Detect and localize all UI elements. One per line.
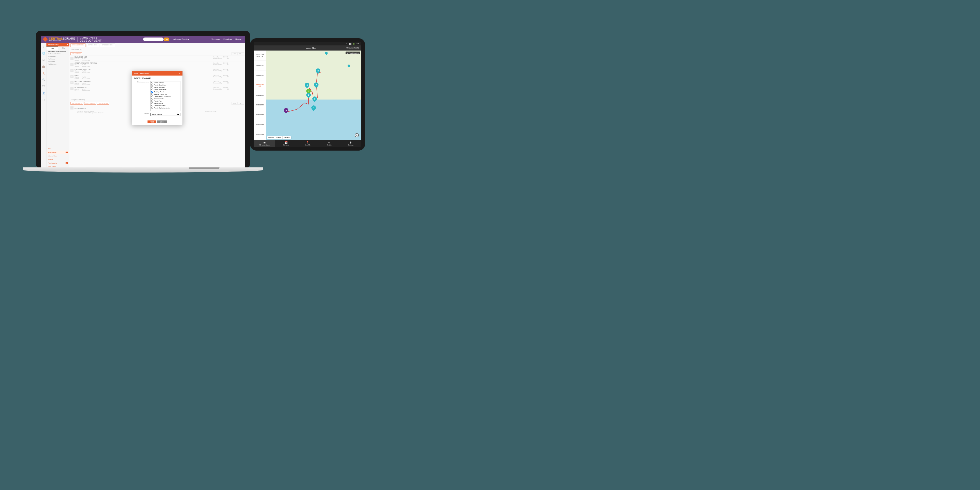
globe-icon[interactable]: 🌐: [42, 52, 45, 55]
attachments-link[interactable]: Attachments1: [46, 151, 69, 154]
map-pin-3[interactable]: 3: [311, 95, 318, 102]
locate-me-button[interactable]: [355, 133, 359, 137]
map-pin-8[interactable]: 8: [315, 67, 321, 74]
doc-checkbox-item[interactable]: Conditions Letter: [151, 104, 180, 107]
tab-site[interactable]: Site: [58, 46, 69, 50]
date-item[interactable]: 04/29/2022: [254, 70, 266, 80]
change-route-link[interactable]: ▾ Change Route: [346, 47, 359, 49]
laptop-base: [23, 167, 263, 172]
briefcase-icon[interactable]: 💼: [42, 65, 45, 68]
date-item[interactable]: 04/29/2022: [254, 120, 266, 130]
history-link[interactable]: History ▾: [235, 38, 242, 40]
date-item[interactable]: 04/29/2022: [254, 110, 266, 120]
doc-checkbox[interactable]: [151, 95, 153, 97]
nav-update[interactable]: ↻Update: [318, 140, 340, 147]
go-button[interactable]: GO: [164, 38, 169, 41]
tree-item[interactable]: No Parent Activities: [46, 52, 69, 55]
output-label: Output:: [134, 113, 149, 116]
tablet-device: ᯤ ▮▮▮ 🔋 72% Apple Map ▾ Change Route 04/…: [250, 38, 365, 151]
date-item[interactable]: 04/29/2022: [254, 100, 266, 110]
map-pin-6[interactable]: 6: [304, 82, 310, 88]
workspace-link[interactable]: Workspace: [212, 38, 221, 40]
tree-item[interactable]: No Issues: [46, 60, 69, 63]
boot-icon[interactable]: 👢: [42, 72, 45, 75]
brand-name: CENTRALSQUARE: [49, 37, 75, 40]
map-pin-small[interactable]: [325, 51, 328, 55]
doc-checkbox-item[interactable]: Permit Actions: [151, 81, 180, 84]
nav-near-me[interactable]: 📍Near Me: [297, 140, 318, 147]
doc-checkbox[interactable]: [151, 91, 153, 93]
map-pin-4[interactable]: 4: [310, 104, 317, 111]
map-pin-2[interactable]: 2: [305, 92, 312, 98]
nav-schedule[interactable]: 📅Schedule: [275, 140, 297, 147]
permit-label[interactable]: Permit # BRES2204-0021: [46, 50, 69, 52]
tree-item[interactable]: No Cases: [46, 58, 69, 60]
document-checklist[interactable]: Permit ActionsPermit ConditionsPermit Re…: [150, 81, 180, 111]
internet-links[interactable]: Internet Links: [46, 154, 69, 158]
doc-checkbox-item[interactable]: Permit Expiration Letter: [151, 107, 180, 109]
doc-checkbox-item[interactable]: Permit Inspections: [151, 88, 180, 91]
checklist-icon[interactable]: ☑: [42, 58, 45, 61]
doc-checkbox[interactable]: [151, 98, 153, 100]
nav-settings[interactable]: ⚙Settings: [340, 140, 361, 147]
map-canvas[interactable]: ◈ View Directions 1 2 3 4 5 6 7 8 Satell…: [266, 51, 361, 140]
doc-checkbox-item[interactable]: Septic Permit: [151, 102, 180, 104]
brand-sub: TECHNOLOGIES: [49, 40, 75, 41]
date-item[interactable]: 04/29/2022: [254, 130, 266, 140]
map-pin-small[interactable]: [347, 64, 351, 68]
map-pin-5[interactable]: 5: [283, 107, 289, 113]
search-icon[interactable]: 🔍: [42, 78, 45, 81]
doc-checkbox[interactable]: [151, 100, 153, 102]
view-directions-link[interactable]: ◈ View Directions: [345, 52, 360, 54]
map-pin-7[interactable]: 7: [313, 81, 319, 88]
doc-checkbox-item[interactable]: Building Permit: [151, 91, 180, 93]
map-title: Apple Map: [306, 47, 316, 49]
plan-location-link[interactable]: Plan Location1: [46, 161, 69, 165]
date-item[interactable]: 04/29/2022: [254, 90, 266, 100]
laptop-notch: [189, 167, 220, 169]
date-item-current[interactable]: 04/28/2022AM: [254, 80, 266, 90]
doc-checkbox[interactable]: [151, 89, 153, 90]
close-button[interactable]: Close: [157, 121, 167, 123]
doc-checkbox-item[interactable]: Permit Form: [151, 100, 180, 102]
collapse-icon[interactable]: ◀: [67, 44, 68, 46]
doc-checkbox-item[interactable]: Certificate of Occupancy: [151, 95, 180, 97]
doc-checkbox[interactable]: [151, 102, 153, 104]
advanced-search-link[interactable]: Advanced Search ▾: [173, 38, 189, 40]
output-select[interactable]: Attach & Email: [150, 113, 180, 116]
doc-checkbox[interactable]: [151, 86, 153, 88]
shield-icon[interactable]: 🛡: [42, 85, 45, 88]
doc-checkbox[interactable]: [151, 82, 153, 83]
doc-checkbox[interactable]: [151, 105, 153, 107]
map-mode-toggle[interactable]: Satellite Hybrid Standard: [267, 136, 291, 139]
doc-checkbox-item[interactable]: Reviews Letter: [151, 97, 180, 100]
print-button[interactable]: Print: [148, 121, 156, 123]
wifi-icon: ᯤ: [346, 43, 348, 45]
imaging-link[interactable]: Imaging: [46, 158, 69, 161]
close-icon[interactable]: ✕: [179, 72, 180, 75]
print-link[interactable]: Print: [46, 147, 69, 151]
modal-permit-id: BRES2204-0021: [134, 77, 180, 80]
select-docs-label: Select documents:: [134, 81, 149, 111]
tab-tree[interactable]: Tree: [46, 46, 58, 50]
date-item[interactable]: 04/29/202202:30 PM: [254, 51, 266, 60]
home-icon[interactable]: ⌂: [42, 45, 45, 48]
doc-checkbox[interactable]: [151, 84, 153, 86]
status-bar: ᯤ ▮▮▮ 🔋 72%: [254, 42, 361, 45]
search-input[interactable]: [143, 38, 164, 41]
bottom-nav: ☰My Inspections 📅Schedule 📍Near Me ↻Upda…: [254, 140, 361, 147]
doc-checkbox-item[interactable]: Building Permit_QR: [151, 93, 180, 95]
stamp-icon[interactable]: ⬚: [42, 98, 45, 101]
doc-checkbox-item[interactable]: Permit Reviews: [151, 86, 180, 88]
person-icon[interactable]: 👤: [42, 91, 45, 94]
date-strip: 04/29/202202:30 PM 04/29/2022 04/29/2022…: [254, 51, 266, 140]
tree-item[interactable]: No Permits: [46, 55, 69, 58]
date-item[interactable]: 04/29/2022: [254, 60, 266, 70]
tree-item[interactable]: No Licenses: [46, 63, 69, 65]
doc-checkbox[interactable]: [151, 93, 153, 95]
favorites-link[interactable]: Favorites ▾: [224, 38, 232, 40]
doc-checkbox[interactable]: [151, 107, 153, 109]
doc-checkbox-item[interactable]: Permit Conditions: [151, 84, 180, 86]
route-path: [266, 51, 361, 140]
nav-my-inspections[interactable]: ☰My Inspections: [254, 140, 275, 147]
